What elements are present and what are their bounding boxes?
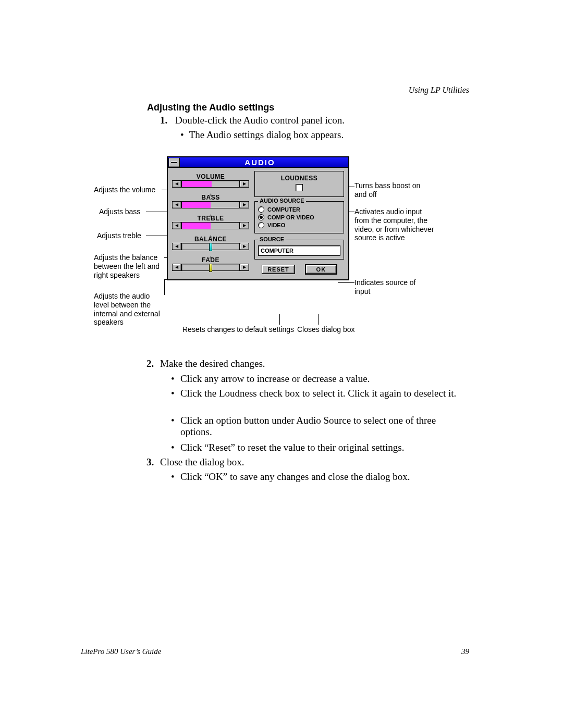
treble-fill: [182, 223, 211, 229]
radio-icon[interactable]: [258, 214, 264, 220]
bass-slider[interactable]: ◀ ▶: [172, 201, 249, 208]
button-row: RESET OK: [254, 265, 344, 274]
step-1-text: Double-click the Audio control panel ico…: [175, 115, 345, 126]
treble-track[interactable]: [181, 222, 240, 229]
fade-slider[interactable]: ◀ ▶: [172, 264, 249, 271]
loudness-checkbox[interactable]: [296, 184, 303, 191]
section-title: Adjusting the Audio settings: [147, 102, 274, 113]
step-3-sub: Click “OK” to save any changes and close…: [180, 471, 459, 483]
dialog-body: VOLUME ◀ ▶ BASS ◀ ▶ TREBLE: [168, 168, 348, 279]
source-value: COMPUTER: [258, 245, 340, 256]
dialog-title: AUDIO: [183, 158, 337, 167]
right-column: LOUDNESS AUDIO SOURCE COMPUTER COMP OR V…: [254, 171, 344, 274]
step-2: 2. Make the desired changes.: [160, 358, 459, 369]
titlebar: AUDIO: [168, 157, 348, 168]
loudness-group: LOUDNESS: [254, 171, 344, 197]
tick-icon: [172, 209, 249, 213]
bass-label: BASS: [172, 194, 249, 201]
step-1-sub: The Audio settings dialog box appears.: [180, 129, 344, 141]
step-2-sub-4: Click “Reset” to reset the value to thei…: [180, 442, 459, 453]
arrow-left-icon[interactable]: ◀: [172, 243, 181, 250]
audio-source-group: AUDIO SOURCE COMPUTER COMP OR VIDEO VIDE…: [254, 201, 344, 233]
bass-fill: [182, 202, 211, 208]
step-3: 3. Close the dialog box.: [160, 456, 459, 468]
radio-icon[interactable]: [258, 222, 264, 228]
step-1: 1. Double-click the Audio control panel …: [160, 115, 459, 126]
footer-left: LitePro 580 User’s Guide: [81, 647, 161, 656]
leader-line: [279, 314, 280, 325]
arrow-right-icon[interactable]: ▶: [240, 180, 249, 188]
leader-line: [338, 282, 354, 283]
system-menu-icon[interactable]: [168, 158, 180, 167]
sliders-column: VOLUME ◀ ▶ BASS ◀ ▶ TREBLE: [172, 171, 249, 274]
step-3-number: 3.: [146, 456, 154, 468]
volume-slider[interactable]: ◀ ▶: [172, 180, 249, 188]
step-1-number: 1.: [160, 115, 167, 126]
bass-track[interactable]: [181, 201, 240, 208]
volume-fill: [182, 181, 212, 187]
balance-label: BALANCE: [172, 236, 249, 243]
volume-track[interactable]: [181, 180, 240, 188]
step-2-number: 2.: [146, 358, 154, 369]
step-2-sub-3: Click an option button under Audio Sourc…: [180, 415, 459, 438]
radio-computer[interactable]: COMPUTER: [258, 206, 340, 213]
radio-comp-or-video[interactable]: COMP OR VIDEO: [258, 214, 340, 220]
arrow-left-icon[interactable]: ◀: [172, 180, 181, 188]
balance-thumb[interactable]: [209, 243, 212, 251]
reset-button[interactable]: RESET: [262, 265, 295, 274]
annotation-volume: Adjusts the volume: [94, 186, 162, 194]
footer-page-number: 39: [461, 647, 469, 656]
annotation-audio-source: Activates audio input from the computer,…: [354, 207, 438, 242]
balance-track[interactable]: [181, 243, 240, 250]
arrow-left-icon[interactable]: ◀: [172, 222, 181, 229]
annotation-ok: Closes dialog box: [297, 325, 355, 334]
balance-slider[interactable]: ◀ ▶: [172, 243, 249, 250]
arrow-left-icon[interactable]: ◀: [172, 201, 181, 208]
arrow-right-icon[interactable]: ▶: [240, 201, 249, 208]
leader-line: [318, 314, 319, 325]
tick-icon: [172, 251, 249, 254]
treble-label: TREBLE: [172, 215, 249, 222]
radio-icon[interactable]: [258, 206, 264, 213]
ok-button[interactable]: OK: [305, 265, 337, 274]
loudness-label: LOUDNESS: [258, 175, 340, 182]
treble-slider[interactable]: ◀ ▶: [172, 222, 249, 229]
step-2-sub-1: Click any arrow to increase or decrease …: [180, 373, 459, 385]
arrow-right-icon[interactable]: ▶: [240, 222, 249, 229]
annotation-reset: Resets changes to default settings: [182, 325, 294, 334]
volume-label: VOLUME: [172, 173, 249, 180]
tick-icon: [172, 189, 249, 192]
step-2-sub-2: Click the Loudness check box to select i…: [180, 388, 459, 399]
tick-icon: [172, 230, 249, 233]
annotation-balance: Adjusts the balance between the left and…: [94, 253, 164, 279]
radio-video[interactable]: VIDEO: [258, 222, 340, 228]
annotation-source-indicator: Indicates source of input: [354, 278, 427, 296]
step-3-text: Close the dialog box.: [160, 456, 244, 467]
annotation-loudness: Turns bass boost on and off: [354, 181, 427, 199]
step-2-text: Make the desired changes.: [160, 358, 265, 369]
fade-track[interactable]: [181, 264, 240, 271]
radio-label: COMP OR VIDEO: [267, 214, 314, 220]
audio-source-legend: AUDIO SOURCE: [258, 198, 306, 204]
radio-label: COMPUTER: [267, 206, 300, 213]
annotation-fade: Adjusts the audio level between the inte…: [94, 292, 167, 327]
header-right: Using LP Utilities: [409, 85, 469, 95]
fade-thumb[interactable]: [209, 264, 212, 272]
radio-label: VIDEO: [267, 222, 285, 228]
source-group: SOURCE COMPUTER: [254, 240, 344, 260]
arrow-left-icon[interactable]: ◀: [172, 264, 181, 271]
page: Using LP Utilities Adjusting the Audio s…: [0, 0, 563, 728]
arrow-right-icon[interactable]: ▶: [240, 264, 249, 271]
arrow-right-icon[interactable]: ▶: [240, 243, 249, 250]
source-legend: SOURCE: [258, 236, 286, 242]
figure: Adjusts the volume Adjusts bass Adjusts …: [94, 156, 469, 334]
audio-dialog: AUDIO VOLUME ◀ ▶ BASS ◀ ▶: [167, 156, 349, 280]
fade-label: FADE: [172, 256, 249, 264]
leader-line: [164, 279, 165, 295]
